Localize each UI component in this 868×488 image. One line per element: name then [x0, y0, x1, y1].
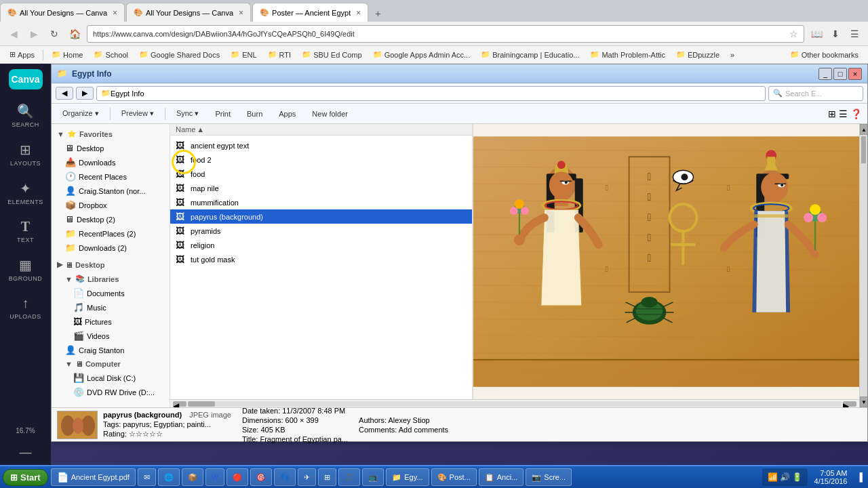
sync-button[interactable]: Sync ▾	[171, 108, 205, 119]
tab-1-close[interactable]: ×	[113, 8, 117, 18]
maximize-button[interactable]: □	[833, 68, 847, 80]
sidebar-item-bground[interactable]: ▦ BGROUND	[3, 251, 49, 287]
bookmark-math[interactable]: 📁 Math Problem-Attic	[586, 49, 669, 60]
nav-item-dvd[interactable]: 💿 DVD RW Drive (D:...	[52, 385, 170, 399]
nav-item-downloads2[interactable]: 📁 Downloads (2)	[52, 241, 170, 255]
tab-1[interactable]: 🎨 All Your Designs — Canva ×	[0, 3, 125, 22]
file-item-food2[interactable]: 🖼 food 2	[170, 152, 472, 167]
scroll-thumb[interactable]	[188, 401, 215, 407]
file-item-papyrus[interactable]: 🖼 papyrus (background)	[170, 209, 472, 224]
taskbar-item-dropbox[interactable]: 📦	[182, 468, 203, 486]
file-item-religion[interactable]: 🖼 religion	[170, 238, 472, 252]
file-item-food[interactable]: 🖼 food	[170, 167, 472, 181]
start-button[interactable]: ⊞ Start	[3, 469, 48, 486]
taskbar-item-target[interactable]: 🎯	[250, 468, 272, 486]
bookmark-google-shared[interactable]: 📁 Google Shared Docs	[135, 49, 224, 60]
address-bar[interactable]: https://www.canva.com/design/DABwiion3A4…	[87, 25, 804, 43]
preview-button[interactable]: Preview ▾	[116, 108, 159, 119]
sidebar-item-elements[interactable]: ✦ ELEMENTS	[3, 175, 49, 211]
print-button[interactable]: Print	[210, 108, 236, 119]
nav-item-craig[interactable]: 👤 Craig.Stanton (nor...	[52, 184, 170, 198]
taskbar-item-word[interactable]: W	[205, 468, 224, 486]
close-button[interactable]: ×	[848, 68, 862, 80]
taskbar-item-acrobat[interactable]: 📋 Anci...	[479, 468, 524, 486]
nav-forward-button[interactable]: ▶	[76, 87, 94, 100]
taskbar-item-pdf[interactable]: 📄 Ancient Egypt.pdf	[51, 468, 136, 486]
canva-logo[interactable]: Canva	[9, 69, 43, 89]
other-bookmarks[interactable]: 📁 Other bookmarks	[786, 49, 863, 60]
collapse-button[interactable]: —	[14, 440, 37, 465]
tab-2-close[interactable]: ×	[239, 8, 243, 18]
forward-button[interactable]: ▶	[26, 26, 42, 42]
scroll-right-btn[interactable]: ▶	[843, 401, 856, 407]
sidebar-item-search[interactable]: 🔍 SEARCH	[3, 98, 49, 134]
nav-item-videos[interactable]: 🎬 Videos	[52, 329, 170, 343]
home-button[interactable]: 🏠	[66, 26, 83, 42]
file-item-ancient-text[interactable]: 🖼 ancient egypt text	[170, 138, 472, 152]
new-folder-button[interactable]: New folder	[307, 108, 353, 119]
scroll-left-btn[interactable]: ◀	[173, 401, 186, 407]
taskbar-item-email[interactable]: ✉	[138, 468, 156, 486]
taskbar-item-chrome[interactable]: 🌐	[158, 468, 180, 486]
burn-button[interactable]: Burn	[241, 108, 268, 119]
back-button[interactable]: ◀	[5, 26, 22, 42]
desktop-section-header[interactable]: ▶ 🖥 Desktop	[52, 258, 170, 272]
tab-3[interactable]: 🎨 Poster — Ancient Egypt ×	[252, 3, 368, 22]
nav-item-desktop[interactable]: 🖥 Desktop	[52, 141, 170, 155]
bookmark-star[interactable]: ☆	[789, 28, 798, 39]
nav-item-craig-stanton[interactable]: 👤 Craig Stanton	[52, 343, 170, 357]
nav-item-localdisk[interactable]: 💾 Local Disk (C:)	[52, 371, 170, 385]
file-item-mummification[interactable]: 🖼 mummification	[170, 195, 472, 209]
reader-view-button[interactable]: 📖	[808, 26, 825, 42]
taskbar-item-tv[interactable]: 📺	[362, 468, 384, 486]
file-item-pyramids[interactable]: 🖼 pyramids	[170, 224, 472, 238]
nav-item-pictures[interactable]: 🖼 Pictures	[52, 314, 170, 329]
bookmark-rti[interactable]: 📁 RTI	[264, 49, 296, 60]
nav-item-recent2[interactable]: 📁 RecentPlaces (2)	[52, 226, 170, 241]
computer-header[interactable]: ▼ 🖥 Computer	[52, 357, 170, 371]
scroll-track-v[interactable]	[860, 135, 867, 396]
favorites-header[interactable]: ▼ ⭐ Favorites	[52, 127, 170, 141]
file-item-mapnile[interactable]: 🖼 map nile	[170, 181, 472, 195]
nav-item-desktop2[interactable]: 🖥 Desktop (2)	[52, 212, 170, 226]
menu-button[interactable]: ☰	[846, 26, 863, 42]
file-item-tut[interactable]: 🖼 tut gold mask	[170, 252, 472, 266]
tab-2[interactable]: 🎨 All Your Designs — Canva ×	[126, 3, 251, 22]
view-icon[interactable]: ⊞	[828, 108, 836, 119]
sidebar-item-text[interactable]: T TEXT	[3, 214, 49, 249]
sidebar-item-layouts[interactable]: ⊞ LAYOUTS	[3, 136, 49, 172]
path-combobox[interactable]: 📁 Egypt Info	[96, 86, 766, 101]
refresh-button[interactable]: ↻	[46, 26, 62, 42]
taskbar-item-music[interactable]: 🎵	[338, 468, 360, 486]
work-offline-button[interactable]: Apps	[273, 108, 301, 119]
nav-item-music[interactable]: 🎵 Music	[52, 300, 170, 314]
bookmark-brainingcamp[interactable]: 📁 Brainingcamp | Educatio...	[477, 49, 583, 60]
taskbar-item-footprints[interactable]: 👣	[274, 468, 296, 486]
taskbar-item-canva[interactable]: 🎨 Post...	[431, 468, 477, 486]
tab-3-close[interactable]: ×	[356, 8, 361, 18]
view-list-icon[interactable]: ☰	[839, 108, 848, 119]
new-tab-button[interactable]: +	[370, 5, 386, 22]
taskbar-item-screenshot[interactable]: 📷 Scre...	[526, 468, 572, 486]
bookmark-apps[interactable]: ⊞ Apps	[5, 49, 39, 60]
bookmark-school[interactable]: 📁 School	[90, 49, 132, 60]
taskbar-item-folder[interactable]: 📁 Egy...	[386, 468, 429, 486]
taskbar-item-grid[interactable]: ⊞	[318, 468, 336, 486]
bookmark-enl[interactable]: 📁 ENL	[226, 49, 260, 60]
minimize-button[interactable]: _	[818, 68, 832, 80]
nav-item-downloads[interactable]: 📥 Downloads	[52, 155, 170, 169]
name-column-header[interactable]: Name ▲	[176, 125, 204, 134]
nav-item-dropbox[interactable]: 📦 Dropbox	[52, 198, 170, 212]
scroll-thumb-v[interactable]	[861, 136, 866, 163]
show-desktop-button[interactable]: ▐	[854, 470, 865, 485]
bookmark-more[interactable]: »	[726, 49, 738, 60]
nav-back-button[interactable]: ◀	[56, 87, 73, 100]
bookmark-google-apps[interactable]: 📁 Google Apps Admin Acc...	[369, 49, 475, 60]
taskbar-item-red[interactable]: 🔴	[226, 468, 248, 486]
libraries-header[interactable]: ▼ 📚 Libraries	[52, 272, 170, 286]
bookmark-edpuzzle[interactable]: 📁 EDpuzzle	[672, 49, 724, 60]
scroll-down-btn[interactable]: ▼	[860, 396, 867, 407]
taskbar-item-plane[interactable]: ✈	[298, 468, 316, 486]
downloads-button[interactable]: ⬇	[827, 26, 844, 42]
vertical-scrollbar[interactable]: ▲ ▼	[859, 124, 867, 407]
